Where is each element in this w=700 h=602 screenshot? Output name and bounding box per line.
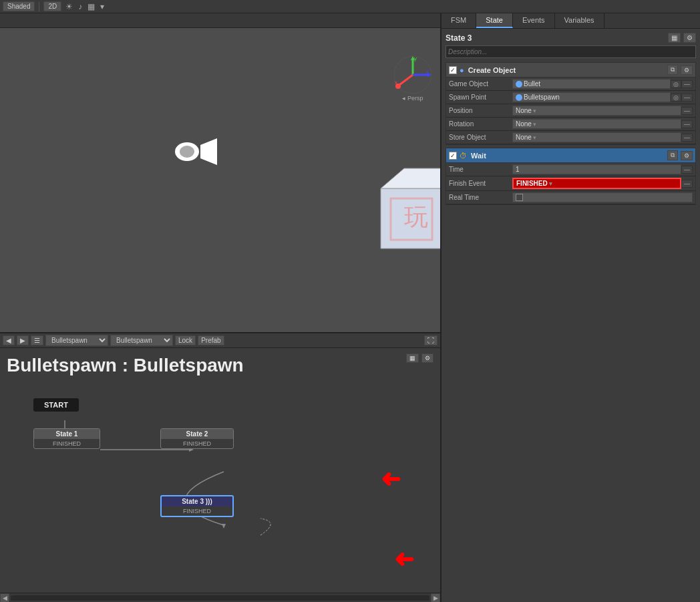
state1-node[interactable]: State 1 FINISHED: [33, 428, 100, 449]
create-object-checkbox[interactable]: ✓: [449, 66, 457, 74]
audio-icon[interactable]: ♪: [77, 2, 83, 11]
spawn-point-circle-btn[interactable]: ◎: [671, 94, 681, 102]
create-object-copy-btn[interactable]: ⧉: [667, 65, 678, 75]
time-label: Time: [449, 166, 512, 173]
game-object-remove-btn[interactable]: —: [681, 80, 693, 88]
position-value[interactable]: None ▾: [512, 106, 681, 116]
state3-node[interactable]: State 3 ))) FINISHED: [160, 495, 234, 517]
scene-toolbar: [0, 13, 440, 28]
pm-icon2[interactable]: ⚙: [421, 353, 433, 363]
position-text: None: [516, 107, 532, 114]
wait-copy-btn[interactable]: ⧉: [667, 150, 678, 160]
svg-point-1: [180, 146, 194, 158]
store-object-dropdown[interactable]: ▾: [533, 134, 536, 141]
state3-title: State 3 ))): [162, 496, 232, 506]
playmaker-toolbar: ◀ ▶ ☰ Bulletspawn Bulletspawn Lock Prefa…: [0, 333, 440, 348]
playmaker-content: Bulletspawn : Bulletspawn ▦ ⚙ START Stat…: [0, 348, 440, 602]
2d-button[interactable]: 2D: [43, 1, 61, 11]
position-remove-btn[interactable]: —: [681, 107, 693, 115]
description-field[interactable]: [446, 45, 696, 58]
state1-title: State 1: [34, 429, 100, 439]
svg-marker-2: [200, 138, 217, 165]
state-name-row: State 3 ▦ ⚙: [446, 33, 696, 43]
bulletspawn-dot: [516, 94, 522, 101]
store-object-remove-btn[interactable]: —: [681, 134, 693, 142]
tab-state[interactable]: State: [476, 13, 513, 28]
real-time-prop: Real Time: [446, 191, 695, 204]
wait-settings-btn[interactable]: ⚙: [681, 151, 693, 160]
rotation-prop: Rotation None ▾ —: [446, 118, 695, 131]
pm-prefab-btn[interactable]: Prefab: [198, 335, 224, 345]
tab-variables[interactable]: Variables: [555, 13, 604, 28]
state2-node[interactable]: State 2 FINISHED: [160, 428, 234, 449]
real-time-checkbox[interactable]: [516, 194, 523, 201]
pm-play-btn[interactable]: ▶: [17, 335, 29, 345]
scroll-left[interactable]: ◀: [0, 593, 9, 603]
light-icon[interactable]: ☀: [64, 2, 74, 11]
create-object-title: Create Object: [468, 66, 665, 74]
action-wait: ✓ ⏱ Wait ⧉ ⚙ Time 1 — Finish Event FINIS…: [446, 148, 696, 205]
playmaker-panel: ◀ ▶ ☰ Bulletspawn Bulletspawn Lock Prefa…: [0, 332, 440, 602]
pm-fsm-select1[interactable]: Bulletspawn: [45, 335, 108, 346]
tab-fsm[interactable]: FSM: [442, 13, 476, 28]
pm-prev-btn[interactable]: ◀: [3, 335, 15, 345]
svg-text:z: z: [426, 68, 429, 74]
game-object-value[interactable]: Bullet: [512, 79, 671, 89]
time-value[interactable]: 1: [512, 164, 681, 174]
scroll-right[interactable]: ▶: [431, 593, 440, 603]
state2-event: FINISHED: [161, 439, 233, 448]
spawn-point-label: Spawn Point: [449, 94, 512, 101]
wait-checkbox[interactable]: ✓: [449, 152, 457, 160]
scroll-track[interactable]: [11, 595, 429, 601]
rotation-text: None: [516, 120, 532, 128]
create-object-settings-btn[interactable]: ⚙: [681, 65, 693, 75]
create-object-header[interactable]: ✓ ● Create Object ⧉ ⚙: [446, 63, 695, 78]
state-icon-btn1[interactable]: ▦: [668, 33, 681, 43]
game-object-circle-btn[interactable]: ◎: [671, 80, 681, 88]
state-icon-btn2[interactable]: ⚙: [683, 33, 696, 43]
store-object-value[interactable]: None ▾: [512, 132, 681, 142]
pm-fsm-select2[interactable]: Bulletspawn: [110, 335, 173, 346]
rotation-value[interactable]: None ▾: [512, 119, 681, 129]
spawn-point-remove-btn[interactable]: —: [681, 94, 693, 102]
pm-expand-btn[interactable]: ⛶: [424, 335, 437, 345]
state2-title: State 2: [161, 429, 233, 439]
position-label: Position: [449, 107, 512, 114]
pm-menu-btn[interactable]: ☰: [31, 335, 43, 345]
store-object-prop: Store Object None ▾ —: [446, 131, 695, 144]
position-dropdown[interactable]: ▾: [533, 108, 536, 114]
right-panel: FSM State Events Variables State 3 ▦ ⚙ ✓…: [440, 13, 700, 602]
rotation-remove-btn[interactable]: —: [681, 120, 693, 128]
finish-event-prop: Finish Event FINISHED ▾ —: [446, 176, 695, 191]
top-toolbar: Shaded 2D ☀ ♪ ▦ ▾: [0, 0, 700, 13]
bulletspawn-text: Bulletspawn: [524, 94, 560, 101]
action-create-object: ✓ ● Create Object ⧉ ⚙ Game Object Bullet…: [446, 62, 696, 145]
more-icon[interactable]: ▾: [99, 2, 106, 11]
state1-event: FINISHED: [34, 439, 100, 448]
svg-text:x: x: [395, 80, 397, 86]
create-object-icon: ●: [460, 66, 464, 74]
finish-event-dropdown[interactable]: ▾: [549, 180, 552, 187]
spawn-point-value[interactable]: Bulletspawn: [512, 92, 671, 102]
wait-header[interactable]: ✓ ⏱ Wait ⧉ ⚙: [446, 148, 695, 163]
svg-text:玩: 玩: [404, 204, 428, 231]
rotation-dropdown[interactable]: ▾: [533, 121, 536, 128]
finish-event-remove-btn[interactable]: —: [681, 180, 693, 188]
effects-icon[interactable]: ▦: [86, 2, 96, 11]
scene-canvas: 玩 y z x ◂ Persp: [0, 28, 440, 332]
time-remove-btn[interactable]: —: [681, 166, 693, 174]
pm-icon1[interactable]: ▦: [406, 353, 419, 363]
shaded-dropdown[interactable]: Shaded: [3, 1, 35, 11]
time-prop: Time 1 —: [446, 163, 695, 176]
pm-lock-btn[interactable]: Lock: [175, 335, 196, 345]
start-node: START: [33, 398, 79, 412]
rotation-label: Rotation: [449, 120, 512, 128]
game-object-label: Game Object: [449, 80, 512, 88]
finish-event-value[interactable]: FINISHED ▾: [512, 178, 681, 189]
real-time-value[interactable]: [512, 192, 693, 202]
spawn-point-prop: Spawn Point Bulletspawn ◎ —: [446, 91, 695, 104]
bottom-scrollbar[interactable]: ◀ ▶: [0, 593, 440, 602]
store-object-text: None: [516, 134, 532, 141]
arrows-svg: [0, 348, 427, 602]
tab-events[interactable]: Events: [513, 13, 555, 28]
